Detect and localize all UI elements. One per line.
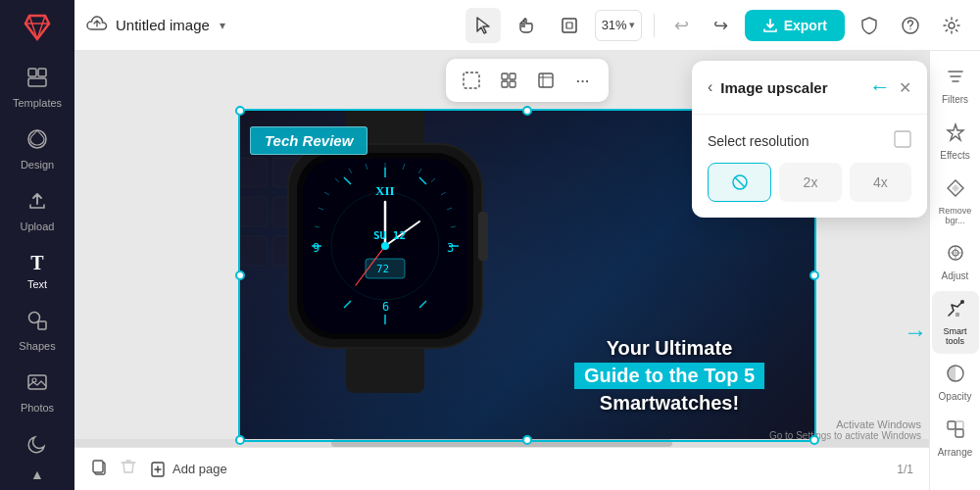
tech-badge: Tech Review: [250, 126, 368, 155]
filters-icon: [946, 67, 965, 91]
export-button[interactable]: Export: [745, 10, 845, 41]
zoom-dropdown-icon[interactable]: ▾: [629, 19, 635, 31]
res-btn-2x[interactable]: 2x: [779, 163, 841, 202]
svg-text:72: 72: [376, 263, 389, 275]
svg-text:XII: XII: [375, 183, 395, 198]
sidebar-moon-btn[interactable]: [6, 425, 69, 463]
bottom-bar: Add page 1/1: [74, 447, 929, 490]
rpanel-effects[interactable]: Effects: [932, 115, 979, 169]
svg-line-86: [735, 177, 745, 187]
sidebar-item-text[interactable]: T Text: [6, 244, 69, 298]
scrollbar-thumb[interactable]: [331, 439, 673, 447]
rpanel-remove-bg[interactable]: Removebgr...: [932, 171, 979, 233]
crop-tool[interactable]: [530, 65, 562, 96]
sidebar-photos-label: Photos: [21, 402, 54, 414]
svg-rect-16: [502, 81, 508, 87]
svg-point-80: [960, 300, 964, 304]
resolution-label: Select resolution: [708, 133, 809, 149]
text-overlay: Your Ultimate Guide to the Top 5 Smartwa…: [532, 337, 807, 415]
topbar: Untitled image ▾ 31% ▾ ↩ ↪ Export: [74, 0, 980, 51]
activate-line1: Activate Windows: [769, 418, 921, 430]
photos-icon: [26, 371, 48, 398]
rpanel-filters-label: Filters: [942, 94, 968, 105]
activate-windows-watermark: Activate Windows Go to Settings to activ…: [769, 418, 921, 441]
svg-rect-0: [28, 69, 36, 76]
svg-rect-8: [563, 19, 576, 32]
shapes-icon: [26, 310, 48, 336]
svg-rect-18: [539, 74, 553, 87]
sidebar-item-design[interactable]: Design: [6, 121, 69, 178]
upscaler-close-btn[interactable]: ✕: [899, 78, 911, 97]
svg-rect-9: [566, 23, 572, 28]
settings-icon[interactable]: [935, 9, 968, 42]
frame-tool[interactable]: [552, 8, 587, 43]
sidebar-item-photos[interactable]: Photos: [6, 364, 69, 421]
grid-tool[interactable]: [493, 65, 524, 96]
zoom-control[interactable]: 31% ▾: [595, 10, 642, 41]
export-label: Export: [784, 18, 827, 33]
design-icon: [26, 128, 48, 155]
adjust-icon: [946, 243, 965, 268]
sidebar-item-upload[interactable]: Upload: [6, 182, 69, 240]
smart-tools-icon: [946, 299, 965, 323]
selection-tool[interactable]: [456, 65, 487, 96]
res-btn-4x[interactable]: 4x: [850, 163, 911, 202]
title-dropdown-icon[interactable]: ▾: [220, 19, 225, 32]
sidebar: Templates Design Upload T Text: [0, 0, 74, 490]
text-line2: Guide to the Top 5: [574, 363, 764, 389]
rpanel-smart-tools[interactable]: Smarttools: [932, 291, 979, 354]
activate-line2: Go to Settings to activate Windows: [769, 430, 921, 441]
opacity-icon: [946, 364, 965, 388]
svg-rect-17: [510, 81, 515, 87]
more-options-btn[interactable]: ···: [567, 65, 599, 96]
svg-rect-14: [502, 74, 508, 79]
svg-text:SU 12: SU 12: [373, 229, 406, 242]
sidebar-shapes-label: Shapes: [19, 340, 55, 352]
page-number: 1/1: [897, 463, 913, 476]
redo-button[interactable]: ↪: [706, 10, 737, 41]
smart-tools-arrow: →: [904, 318, 927, 346]
templates-icon: [26, 67, 48, 93]
resolution-row: Select resolution: [708, 130, 911, 151]
sidebar-text-label: Text: [27, 278, 47, 290]
res-btn-default[interactable]: [708, 163, 771, 202]
rpanel-adjust[interactable]: Adjust: [932, 235, 979, 289]
document-title[interactable]: Untitled image: [116, 17, 210, 33]
svg-rect-6: [28, 375, 46, 389]
sidebar-bottom: ▲: [6, 425, 69, 482]
upscaler-header: ‹ Image upscaler ← ✕: [692, 61, 927, 115]
rpanel-adjust-label: Adjust: [942, 270, 969, 281]
svg-rect-84: [895, 131, 910, 147]
svg-rect-26: [238, 197, 268, 226]
sidebar-upload-label: Upload: [21, 220, 55, 232]
sidebar-item-templates[interactable]: Templates: [6, 59, 69, 117]
svg-rect-81: [948, 421, 956, 429]
rpanel-opacity[interactable]: Opacity: [932, 356, 979, 410]
svg-point-12: [949, 23, 955, 28]
svg-point-60: [381, 242, 389, 250]
upload-icon: [26, 190, 48, 217]
rpanel-filters[interactable]: Filters: [932, 59, 979, 113]
app-logo[interactable]: [18, 8, 57, 47]
cloud-save-icon[interactable]: [86, 14, 108, 36]
sidebar-collapse-btn[interactable]: ▲: [30, 466, 44, 482]
shield-icon[interactable]: [853, 9, 886, 42]
svg-rect-2: [28, 78, 46, 86]
select-tool[interactable]: [466, 8, 501, 43]
rpanel-arrange[interactable]: Arrange: [932, 412, 979, 466]
resolution-info-icon[interactable]: [894, 130, 911, 151]
bottom-delete-btn[interactable]: [120, 458, 137, 480]
svg-rect-13: [464, 73, 479, 88]
undo-button[interactable]: ↩: [666, 10, 698, 41]
add-page-btn[interactable]: Add page: [149, 461, 227, 478]
sidebar-item-shapes[interactable]: Shapes: [6, 302, 69, 360]
svg-rect-15: [510, 74, 515, 79]
svg-point-7: [32, 378, 36, 382]
upscaler-back-btn[interactable]: ‹: [708, 78, 712, 96]
svg-rect-1: [38, 69, 46, 76]
rpanel-opacity-label: Opacity: [939, 391, 972, 402]
bottom-copy-btn[interactable]: [90, 458, 108, 480]
hand-tool[interactable]: [509, 8, 544, 43]
svg-rect-88: [93, 461, 103, 472]
help-icon[interactable]: [894, 9, 927, 42]
